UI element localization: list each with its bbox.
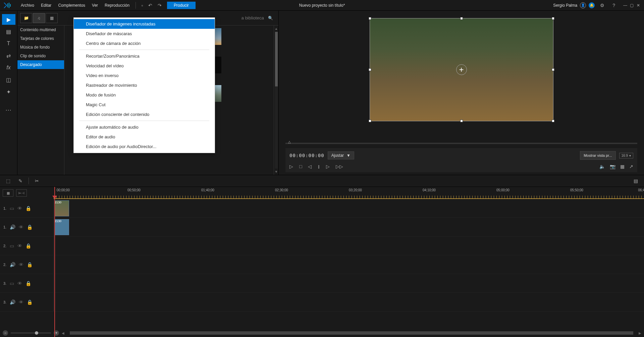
tl-marker-icon[interactable]: ⊢⊣ xyxy=(16,189,27,197)
menu-reproduccion[interactable]: Reproducción xyxy=(101,3,133,8)
lock-icon[interactable]: 🔒 xyxy=(25,281,31,286)
handle-br[interactable] xyxy=(552,120,554,122)
settings-icon[interactable]: ⚙ xyxy=(597,3,607,8)
marker-icon[interactable]: ⫿ xyxy=(318,164,320,169)
lock-icon[interactable]: 🔒 xyxy=(27,262,33,267)
next-frame-icon[interactable]: ▷ xyxy=(326,164,330,169)
aspect-ratio-selector[interactable]: 16:9 ▾ xyxy=(619,153,633,158)
h-scrollbar[interactable] xyxy=(70,331,633,335)
scroll-up-icon[interactable]: ▲ xyxy=(275,27,278,30)
track-content[interactable] xyxy=(54,237,644,255)
stop-icon[interactable]: □ xyxy=(299,164,302,169)
sidebar-layers-icon[interactable]: ▤ xyxy=(2,26,15,37)
handle-mr[interactable] xyxy=(552,68,554,71)
ctx-pip-designer[interactable]: Diseñador de imágenes incrustadas xyxy=(74,19,215,29)
track-content[interactable]: 2130 xyxy=(54,199,644,217)
ctx-reverse-video[interactable]: Vídeo en inverso xyxy=(74,71,215,80)
track-content[interactable] xyxy=(54,274,644,292)
visibility-icon[interactable]: 👁 xyxy=(17,281,22,286)
import-icon[interactable]: 📁 xyxy=(20,13,32,23)
ctx-auto-audio[interactable]: Ajuste automático de audio xyxy=(74,122,215,132)
sidebar-fx-icon[interactable]: fx xyxy=(2,62,15,73)
undo-icon[interactable]: ↶ xyxy=(146,3,155,8)
scroll-left-icon[interactable]: ◀ xyxy=(62,331,64,335)
search-icon[interactable]: 🔍 xyxy=(265,16,276,20)
zoom-handle[interactable] xyxy=(35,331,38,335)
cat-musica[interactable]: Música de fondo xyxy=(17,43,64,52)
visibility-icon[interactable]: 👁 xyxy=(19,299,23,305)
zoom-slider[interactable] xyxy=(11,332,51,334)
notification-icon[interactable]: 🔔 xyxy=(589,2,595,8)
fit-dropdown[interactable]: Ajustar ▼ xyxy=(328,151,354,159)
sidebar-media-icon[interactable]: ▶ xyxy=(2,14,15,25)
search-input[interactable] xyxy=(238,14,265,22)
ctx-magic-cut[interactable]: Magic Cut xyxy=(74,100,215,110)
h-scroll-thumb[interactable] xyxy=(70,331,633,335)
timeline-ruler[interactable]: 00;00;00 00;50;00 01;40;00 02;30;00 03;2… xyxy=(54,187,644,199)
visibility-icon[interactable]: 👁 xyxy=(19,262,23,267)
maximize-icon[interactable]: ▢ xyxy=(630,3,635,8)
fast-forward-icon[interactable]: ▷▷ xyxy=(336,164,343,169)
scroll-right-icon[interactable]: ▶ xyxy=(639,331,641,335)
sidebar-transition-icon[interactable]: ⇄ xyxy=(2,50,15,61)
snapshot-icon[interactable]: 📷 xyxy=(610,164,615,169)
redo-icon[interactable]: ↷ xyxy=(155,3,164,8)
filter-image-icon[interactable]: ▦ xyxy=(46,13,58,23)
menu-archivo[interactable]: Archivo xyxy=(17,3,38,8)
handle-tc[interactable] xyxy=(460,17,463,20)
tl-misc-icon[interactable]: ▤ xyxy=(632,178,640,184)
show-preview-button[interactable]: Mostrar vista pr... xyxy=(580,151,615,160)
ctx-crop-zoom[interactable]: Recortar/Zoom/Panorámica xyxy=(74,51,215,61)
video-clip[interactable]: 2130 xyxy=(54,200,69,216)
ctx-action-camera[interactable]: Centro de cámara de acción xyxy=(74,39,215,48)
tl-view-icon[interactable]: ▦ xyxy=(3,189,13,197)
lock-icon[interactable]: 🔒 xyxy=(27,299,33,305)
sidebar-particle-icon[interactable]: ✦ xyxy=(2,86,15,97)
track-content[interactable] xyxy=(54,255,644,274)
minimize-icon[interactable]: — xyxy=(623,3,628,8)
preview-slider[interactable]: △ xyxy=(285,140,637,147)
handle-ml[interactable] xyxy=(369,68,371,71)
scroll-down-icon[interactable]: ▼ xyxy=(275,170,278,174)
cat-clip[interactable]: Clip de sonido xyxy=(17,52,64,60)
filter-video-icon[interactable]: ♫ xyxy=(33,13,45,23)
menu-ver[interactable]: Ver xyxy=(89,3,101,8)
ctx-blend-mode[interactable]: Modo de fusión xyxy=(74,90,215,100)
track-content[interactable] xyxy=(54,293,644,311)
sidebar-more-icon[interactable]: ⋯ xyxy=(2,105,15,115)
volume-icon[interactable]: 🔈 xyxy=(599,164,605,169)
user-avatar-icon[interactable]: 👤 xyxy=(580,2,586,8)
scroll-thumb[interactable] xyxy=(275,32,278,86)
cat-contenido[interactable]: Contenido multimed xyxy=(17,25,64,34)
ctx-audio-editor[interactable]: Editor de audio xyxy=(74,132,215,142)
menu-editar[interactable]: Editar xyxy=(38,3,55,8)
scroll-track[interactable] xyxy=(275,32,278,168)
cat-tarjetas[interactable]: Tarjetas de colores xyxy=(17,34,64,43)
zoom-in-button[interactable]: + xyxy=(54,330,59,336)
menu-complementos[interactable]: Complementos xyxy=(55,3,89,8)
handle-bc[interactable] xyxy=(460,120,463,122)
grid-icon[interactable]: ▦ xyxy=(620,164,625,169)
slider-marker-icon[interactable]: △ xyxy=(288,140,291,144)
save-icon[interactable]: ▫ xyxy=(139,3,146,8)
tl-select-icon[interactable]: ⬚ xyxy=(4,178,12,184)
popout-icon[interactable]: ↗ xyxy=(629,164,633,169)
play-icon[interactable]: ▷ xyxy=(289,164,293,169)
lock-icon[interactable]: 🔒 xyxy=(25,206,31,211)
sidebar-text-icon[interactable]: T xyxy=(2,38,15,49)
handle-tr[interactable] xyxy=(552,17,554,20)
visibility-icon[interactable]: 👁 xyxy=(19,224,23,230)
slider-track[interactable] xyxy=(285,143,637,144)
help-icon[interactable]: ? xyxy=(610,3,618,8)
track-content[interactable]: 2130 xyxy=(54,218,644,236)
ctx-mask-designer[interactable]: Diseñador de máscaras xyxy=(74,29,215,39)
lock-icon[interactable]: 🔒 xyxy=(27,224,33,230)
sidebar-overlay-icon[interactable]: ◫ xyxy=(2,74,15,85)
handle-tl[interactable] xyxy=(369,17,371,20)
close-icon[interactable]: ✕ xyxy=(637,3,641,8)
ctx-motion-tracker[interactable]: Rastreador de movimiento xyxy=(74,80,215,90)
ctx-content-aware[interactable]: Edición consciente del contenido xyxy=(74,110,215,119)
produce-button[interactable]: Producir xyxy=(167,2,196,9)
cat-descargado[interactable]: Descargado xyxy=(17,60,64,69)
zoom-out-button[interactable]: − xyxy=(3,330,8,336)
